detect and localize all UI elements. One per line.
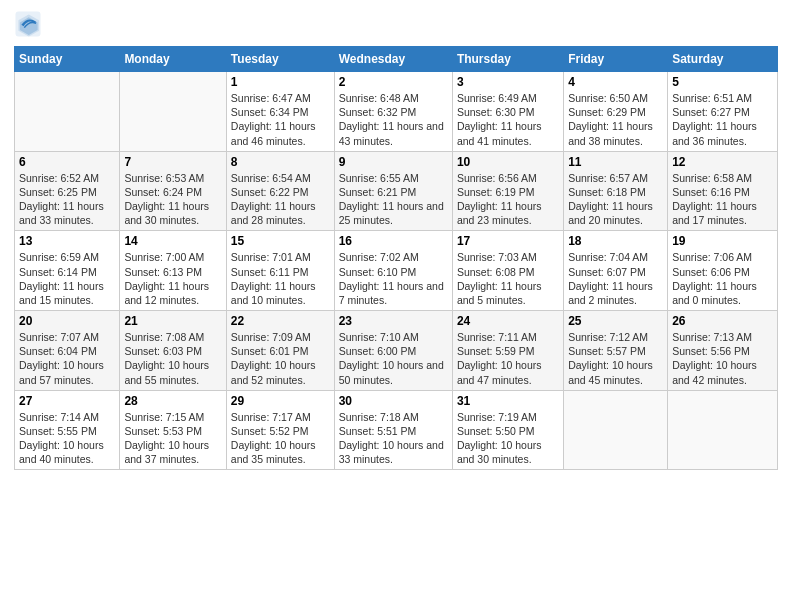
- day-cell: [120, 72, 226, 152]
- day-detail: Sunrise: 6:58 AMSunset: 6:16 PMDaylight:…: [672, 171, 773, 228]
- day-detail: Sunrise: 7:15 AMSunset: 5:53 PMDaylight:…: [124, 410, 221, 467]
- day-detail: Sunrise: 6:57 AMSunset: 6:18 PMDaylight:…: [568, 171, 663, 228]
- day-number: 16: [339, 234, 448, 248]
- day-cell: 25Sunrise: 7:12 AMSunset: 5:57 PMDayligh…: [564, 311, 668, 391]
- day-cell: 19Sunrise: 7:06 AMSunset: 6:06 PMDayligh…: [668, 231, 778, 311]
- day-cell: 14Sunrise: 7:00 AMSunset: 6:13 PMDayligh…: [120, 231, 226, 311]
- week-row-4: 27Sunrise: 7:14 AMSunset: 5:55 PMDayligh…: [15, 390, 778, 470]
- day-number: 8: [231, 155, 330, 169]
- day-cell: 11Sunrise: 6:57 AMSunset: 6:18 PMDayligh…: [564, 151, 668, 231]
- calendar-body: 1Sunrise: 6:47 AMSunset: 6:34 PMDaylight…: [15, 72, 778, 470]
- day-detail: Sunrise: 6:55 AMSunset: 6:21 PMDaylight:…: [339, 171, 448, 228]
- day-number: 25: [568, 314, 663, 328]
- day-cell: 12Sunrise: 6:58 AMSunset: 6:16 PMDayligh…: [668, 151, 778, 231]
- day-number: 4: [568, 75, 663, 89]
- day-header-monday: Monday: [120, 47, 226, 72]
- day-detail: Sunrise: 6:47 AMSunset: 6:34 PMDaylight:…: [231, 91, 330, 148]
- day-number: 20: [19, 314, 115, 328]
- day-cell: 9Sunrise: 6:55 AMSunset: 6:21 PMDaylight…: [334, 151, 452, 231]
- day-cell: 27Sunrise: 7:14 AMSunset: 5:55 PMDayligh…: [15, 390, 120, 470]
- day-detail: Sunrise: 6:53 AMSunset: 6:24 PMDaylight:…: [124, 171, 221, 228]
- day-detail: Sunrise: 7:12 AMSunset: 5:57 PMDaylight:…: [568, 330, 663, 387]
- day-detail: Sunrise: 7:09 AMSunset: 6:01 PMDaylight:…: [231, 330, 330, 387]
- day-number: 21: [124, 314, 221, 328]
- day-cell: 8Sunrise: 6:54 AMSunset: 6:22 PMDaylight…: [226, 151, 334, 231]
- day-cell: 23Sunrise: 7:10 AMSunset: 6:00 PMDayligh…: [334, 311, 452, 391]
- day-cell: 22Sunrise: 7:09 AMSunset: 6:01 PMDayligh…: [226, 311, 334, 391]
- day-cell: 15Sunrise: 7:01 AMSunset: 6:11 PMDayligh…: [226, 231, 334, 311]
- day-header-friday: Friday: [564, 47, 668, 72]
- header: [14, 10, 778, 38]
- day-header-wednesday: Wednesday: [334, 47, 452, 72]
- calendar-header: SundayMondayTuesdayWednesdayThursdayFrid…: [15, 47, 778, 72]
- day-cell: [15, 72, 120, 152]
- day-cell: [564, 390, 668, 470]
- day-number: 15: [231, 234, 330, 248]
- day-cell: 31Sunrise: 7:19 AMSunset: 5:50 PMDayligh…: [452, 390, 563, 470]
- day-number: 10: [457, 155, 559, 169]
- day-cell: 6Sunrise: 6:52 AMSunset: 6:25 PMDaylight…: [15, 151, 120, 231]
- day-detail: Sunrise: 7:04 AMSunset: 6:07 PMDaylight:…: [568, 250, 663, 307]
- day-detail: Sunrise: 7:13 AMSunset: 5:56 PMDaylight:…: [672, 330, 773, 387]
- calendar-table: SundayMondayTuesdayWednesdayThursdayFrid…: [14, 46, 778, 470]
- day-cell: 29Sunrise: 7:17 AMSunset: 5:52 PMDayligh…: [226, 390, 334, 470]
- day-cell: 2Sunrise: 6:48 AMSunset: 6:32 PMDaylight…: [334, 72, 452, 152]
- day-detail: Sunrise: 7:01 AMSunset: 6:11 PMDaylight:…: [231, 250, 330, 307]
- day-cell: 10Sunrise: 6:56 AMSunset: 6:19 PMDayligh…: [452, 151, 563, 231]
- day-cell: 5Sunrise: 6:51 AMSunset: 6:27 PMDaylight…: [668, 72, 778, 152]
- day-detail: Sunrise: 7:00 AMSunset: 6:13 PMDaylight:…: [124, 250, 221, 307]
- page-container: SundayMondayTuesdayWednesdayThursdayFrid…: [0, 0, 792, 480]
- day-cell: 24Sunrise: 7:11 AMSunset: 5:59 PMDayligh…: [452, 311, 563, 391]
- day-number: 14: [124, 234, 221, 248]
- day-number: 5: [672, 75, 773, 89]
- day-detail: Sunrise: 6:52 AMSunset: 6:25 PMDaylight:…: [19, 171, 115, 228]
- day-detail: Sunrise: 7:10 AMSunset: 6:00 PMDaylight:…: [339, 330, 448, 387]
- day-number: 30: [339, 394, 448, 408]
- day-header-sunday: Sunday: [15, 47, 120, 72]
- day-detail: Sunrise: 7:08 AMSunset: 6:03 PMDaylight:…: [124, 330, 221, 387]
- day-detail: Sunrise: 7:02 AMSunset: 6:10 PMDaylight:…: [339, 250, 448, 307]
- header-row: SundayMondayTuesdayWednesdayThursdayFrid…: [15, 47, 778, 72]
- day-detail: Sunrise: 7:14 AMSunset: 5:55 PMDaylight:…: [19, 410, 115, 467]
- day-cell: 1Sunrise: 6:47 AMSunset: 6:34 PMDaylight…: [226, 72, 334, 152]
- day-number: 18: [568, 234, 663, 248]
- week-row-0: 1Sunrise: 6:47 AMSunset: 6:34 PMDaylight…: [15, 72, 778, 152]
- day-cell: 7Sunrise: 6:53 AMSunset: 6:24 PMDaylight…: [120, 151, 226, 231]
- day-detail: Sunrise: 6:50 AMSunset: 6:29 PMDaylight:…: [568, 91, 663, 148]
- day-number: 23: [339, 314, 448, 328]
- day-number: 7: [124, 155, 221, 169]
- day-number: 31: [457, 394, 559, 408]
- day-number: 1: [231, 75, 330, 89]
- day-number: 3: [457, 75, 559, 89]
- day-detail: Sunrise: 7:06 AMSunset: 6:06 PMDaylight:…: [672, 250, 773, 307]
- day-number: 19: [672, 234, 773, 248]
- week-row-1: 6Sunrise: 6:52 AMSunset: 6:25 PMDaylight…: [15, 151, 778, 231]
- day-number: 26: [672, 314, 773, 328]
- day-number: 2: [339, 75, 448, 89]
- day-cell: [668, 390, 778, 470]
- day-cell: 30Sunrise: 7:18 AMSunset: 5:51 PMDayligh…: [334, 390, 452, 470]
- day-cell: 20Sunrise: 7:07 AMSunset: 6:04 PMDayligh…: [15, 311, 120, 391]
- day-detail: Sunrise: 6:56 AMSunset: 6:19 PMDaylight:…: [457, 171, 559, 228]
- day-detail: Sunrise: 7:07 AMSunset: 6:04 PMDaylight:…: [19, 330, 115, 387]
- day-header-saturday: Saturday: [668, 47, 778, 72]
- day-cell: 17Sunrise: 7:03 AMSunset: 6:08 PMDayligh…: [452, 231, 563, 311]
- day-cell: 21Sunrise: 7:08 AMSunset: 6:03 PMDayligh…: [120, 311, 226, 391]
- day-number: 17: [457, 234, 559, 248]
- day-cell: 26Sunrise: 7:13 AMSunset: 5:56 PMDayligh…: [668, 311, 778, 391]
- day-number: 11: [568, 155, 663, 169]
- day-detail: Sunrise: 7:17 AMSunset: 5:52 PMDaylight:…: [231, 410, 330, 467]
- day-cell: 13Sunrise: 6:59 AMSunset: 6:14 PMDayligh…: [15, 231, 120, 311]
- day-number: 22: [231, 314, 330, 328]
- day-detail: Sunrise: 7:11 AMSunset: 5:59 PMDaylight:…: [457, 330, 559, 387]
- day-number: 27: [19, 394, 115, 408]
- day-number: 13: [19, 234, 115, 248]
- day-detail: Sunrise: 6:51 AMSunset: 6:27 PMDaylight:…: [672, 91, 773, 148]
- day-number: 9: [339, 155, 448, 169]
- day-detail: Sunrise: 6:48 AMSunset: 6:32 PMDaylight:…: [339, 91, 448, 148]
- logo-icon: [14, 10, 42, 38]
- day-number: 28: [124, 394, 221, 408]
- day-number: 6: [19, 155, 115, 169]
- day-number: 24: [457, 314, 559, 328]
- day-detail: Sunrise: 6:54 AMSunset: 6:22 PMDaylight:…: [231, 171, 330, 228]
